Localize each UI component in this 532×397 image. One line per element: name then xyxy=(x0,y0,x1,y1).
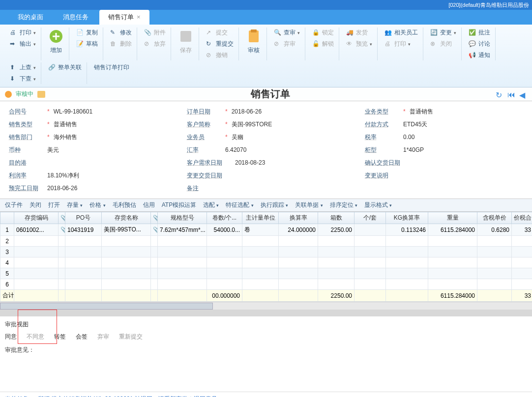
col-clip2[interactable]: 📎 xyxy=(151,212,158,224)
grid-h-scrollbar[interactable] xyxy=(0,302,532,310)
preview-button[interactable]: 👁预览▾ xyxy=(344,39,374,49)
pre-date-value[interactable]: 2018-06-26 xyxy=(47,185,77,192)
col-convrate[interactable]: 换算率 xyxy=(279,212,318,224)
table-row[interactable]: 10601002...📎10431919美国-99STO...📎7.62m*45… xyxy=(0,224,532,236)
col-po[interactable]: PO号 xyxy=(65,212,102,224)
feature-button[interactable]: 特征选配 ▾ xyxy=(226,201,253,209)
tax-value[interactable]: 0.00 xyxy=(403,134,414,141)
refresh-icon[interactable]: ↻ xyxy=(496,90,503,98)
opinion-textarea[interactable] xyxy=(5,357,527,387)
col-unit[interactable]: 主计量单位 xyxy=(242,212,279,224)
tab-message-task[interactable]: 消息任务 xyxy=(54,10,97,25)
discard-action[interactable]: 弃审 xyxy=(97,333,109,341)
abandon-button[interactable]: ⊘放弃 xyxy=(142,39,168,49)
tab-desktop[interactable]: 我的桌面 xyxy=(9,10,52,25)
table-row[interactable]: 5 xyxy=(0,268,532,279)
col-taxprice[interactable]: 含税单价 xyxy=(477,212,512,224)
col-clip1[interactable]: 📎 xyxy=(59,212,65,224)
add-button[interactable]: 增加 xyxy=(46,28,66,56)
lock-button[interactable]: 🔒锁定 xyxy=(310,28,336,38)
resubmit-button[interactable]: ↻重提交 xyxy=(204,39,236,49)
prev-record-icon[interactable]: ◀ xyxy=(519,90,527,98)
col-boxes[interactable]: 箱数 xyxy=(318,212,355,224)
revoke-button[interactable]: ⊘撤销 xyxy=(204,50,236,60)
print-list-button[interactable]: 🖨打印▾ xyxy=(383,39,420,49)
copy-button[interactable]: 📄复制 xyxy=(74,28,100,38)
agree-action[interactable]: 同意 xyxy=(5,333,17,341)
table-row[interactable]: 3 xyxy=(0,247,532,257)
disagree-action[interactable]: 不同意 xyxy=(27,333,44,341)
contract-no-value[interactable]: WL-99-180601 xyxy=(54,108,92,115)
currency-value[interactable]: 美元 xyxy=(47,146,59,154)
grid-close-button[interactable]: 关闭 xyxy=(30,201,41,209)
order-date-value[interactable]: 2018-06-26 xyxy=(232,108,262,115)
customer-value[interactable]: 美国-99STORE xyxy=(232,120,272,129)
tab-sales-order[interactable]: 销售订单× xyxy=(99,10,149,25)
discard-audit-button[interactable]: ⊘弃审 xyxy=(272,39,302,49)
discuss-button[interactable]: 💬讨论 xyxy=(467,39,492,49)
up-check-button[interactable]: ⬆上查▾ xyxy=(8,62,38,73)
col-rownum[interactable] xyxy=(0,212,14,224)
col-taxamt[interactable]: 价税合 xyxy=(512,212,532,224)
col-weight[interactable]: 重量 xyxy=(428,212,477,224)
related-staff-button[interactable]: 👥相关员工 xyxy=(383,28,420,38)
col-rolls[interactable]: 卷数/个... xyxy=(207,212,242,224)
grid-open-button[interactable]: 打开 xyxy=(48,201,60,209)
notify-button[interactable]: 📢通知 xyxy=(467,50,492,60)
modify-button[interactable]: ✎修改 xyxy=(108,28,134,38)
col-spec[interactable]: 规格型号 xyxy=(158,212,207,224)
table-row[interactable]: 6 xyxy=(0,279,532,290)
req-date-value[interactable]: 2018-08-23 xyxy=(235,159,265,166)
pay-value[interactable]: ETD45天 xyxy=(403,120,427,129)
draft-button[interactable]: 📝草稿 xyxy=(74,39,100,49)
gross-button[interactable]: 毛利预估 xyxy=(113,201,136,209)
resubmit-action[interactable]: 重新提交 xyxy=(119,333,143,341)
scrollbar-thumb[interactable] xyxy=(0,303,213,310)
sales-print-button[interactable]: 销售订单打印 xyxy=(92,62,131,73)
cosign-action[interactable]: 会签 xyxy=(76,333,88,341)
export-button[interactable]: ➡输出▾ xyxy=(8,39,38,49)
sales-type-value[interactable]: 普通销售 xyxy=(54,120,77,129)
table-row[interactable]: 2 xyxy=(0,236,532,247)
price-button[interactable]: 价格 ▾ xyxy=(89,201,105,209)
delete-button[interactable]: 🗑删除 xyxy=(108,39,134,49)
table-row[interactable]: 4 xyxy=(0,257,532,268)
rate-value[interactable]: 6.42070 xyxy=(225,146,246,153)
print-button[interactable]: 🖨打印▾ xyxy=(8,28,38,38)
display-button[interactable]: 显示格式 ▾ xyxy=(364,201,392,209)
whole-assoc-button[interactable]: 🔗整单关联 xyxy=(46,62,84,73)
ship-button[interactable]: 🚚发货 xyxy=(344,28,374,38)
attachment-button[interactable]: 📎附件 xyxy=(142,28,168,38)
submit-button[interactable]: ↗提交 xyxy=(204,28,236,38)
sort-button[interactable]: 排序定位 ▾ xyxy=(330,201,357,209)
unlock-button[interactable]: 🔓解锁 xyxy=(310,39,336,49)
col-code[interactable]: 存货编码 xyxy=(14,212,59,224)
line-grid[interactable]: 存货编码 📎 PO号 存货名称 📎 规格型号 卷数/个... 主计量单位 换算率… xyxy=(0,212,532,302)
salesman-value[interactable]: 吴幽 xyxy=(232,133,243,142)
transfer-action[interactable]: 转签 xyxy=(54,333,66,341)
save-button[interactable]: 保存 xyxy=(176,28,196,56)
folder-icon[interactable] xyxy=(37,91,45,98)
col-kgrate[interactable]: KG换算率 xyxy=(386,212,428,224)
credit-button[interactable]: 信用 xyxy=(143,201,155,209)
down-check-button[interactable]: ⬇下查▾ xyxy=(8,74,38,84)
match-button[interactable]: 选配 ▾ xyxy=(203,201,219,209)
approve-button[interactable]: ✅批注 xyxy=(467,28,492,38)
sales-dept-value[interactable]: 海外销售 xyxy=(54,133,77,142)
close-tab-icon[interactable]: × xyxy=(137,13,141,21)
col-perset[interactable]: 个/套 xyxy=(355,212,386,224)
atp-button[interactable]: ATP模拟运算 xyxy=(162,201,196,209)
stock-button[interactable]: 存量 ▾ xyxy=(67,201,83,209)
profit-value[interactable]: 18.10%净利 xyxy=(47,171,79,180)
container-value[interactable]: 1*40GP xyxy=(403,146,424,153)
review-button[interactable]: 🔍查审▾ xyxy=(272,28,302,38)
audit-button[interactable]: 审核 xyxy=(244,28,264,56)
col-name[interactable]: 存货名称 xyxy=(102,212,151,224)
close-button[interactable]: ⊗关闭 xyxy=(428,39,458,49)
assoc-button[interactable]: 关联单据 ▾ xyxy=(295,201,323,209)
only-sub-button[interactable]: 仅子件 xyxy=(5,201,23,209)
first-record-icon[interactable]: ⏮ xyxy=(507,90,515,98)
biz-type-value[interactable]: 普通销售 xyxy=(410,108,433,116)
track-button[interactable]: 执行跟踪 ▾ xyxy=(261,201,288,209)
change-button[interactable]: 🔄变更▾ xyxy=(428,28,458,38)
